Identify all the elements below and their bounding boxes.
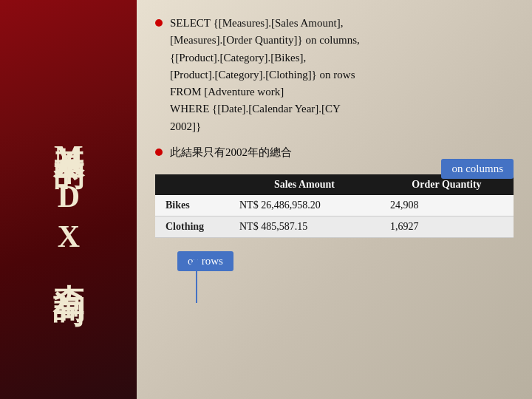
right-panel: SELECT {[Measures].[Sales Amount], [Meas… [137,0,532,399]
left-panel: 基本的MDX查詢句 [0,0,137,399]
table-cell-bikes-qty: 24,908 [380,195,514,216]
table-header-sales: Sales Amount [229,174,380,195]
chinese-title: 基本的MDX查詢句 [48,122,89,277]
table-header-empty [155,174,229,195]
table-cell-clothing-label: Clothing [155,216,229,238]
callout-rows-badge: on rows [177,251,233,271]
table-cell-bikes-label: Bikes [155,195,229,216]
bullet-text-1: SELECT {[Measures].[Sales Amount], [Meas… [170,15,360,135]
bullet-dot-2 [155,149,163,156]
main-container: 基本的MDX查詢句 SELECT {[Measures].[Sales Amou… [0,0,532,399]
results-table: Sales Amount Order Quantity Bikes NT$ 26… [155,174,514,238]
arrow-up-indicator [191,257,201,265]
bullet-section: SELECT {[Measures].[Sales Amount], [Meas… [155,15,514,161]
table-row: Clothing NT$ 485,587.15 1,6927 [155,216,514,238]
callout-columns-badge: on columns [441,159,514,179]
table-row: Bikes NT$ 26,486,958.20 24,908 [155,195,514,216]
table-cell-clothing-sales: NT$ 485,587.15 [229,216,380,238]
bullet-item-1: SELECT {[Measures].[Sales Amount], [Meas… [155,15,514,135]
table-cell-bikes-sales: NT$ 26,486,958.20 [229,195,380,216]
bullet-text-2: 此結果只有2002年的總合 [170,144,292,161]
arrow-line-vertical [196,259,197,303]
table-cell-clothing-qty: 1,6927 [380,216,514,238]
bullet-dot-1 [155,19,163,27]
callout-rows-wrapper: on rows [155,244,514,271]
table-container: Sales Amount Order Quantity Bikes NT$ 26… [155,174,514,271]
